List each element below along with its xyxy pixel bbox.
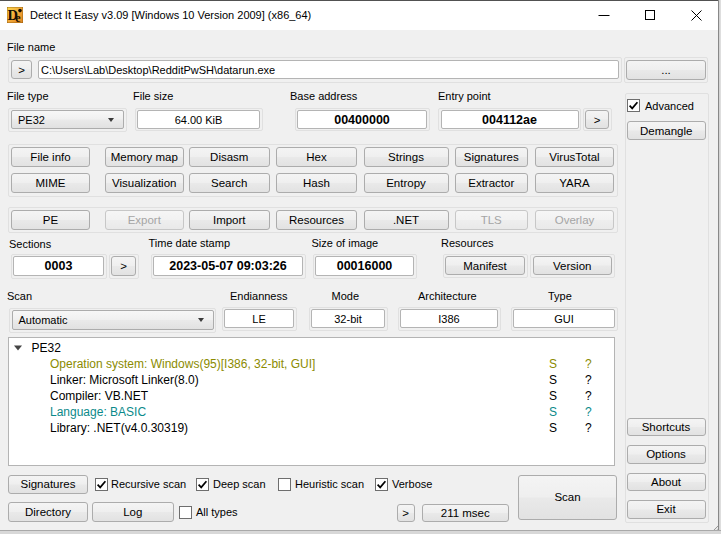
svg-text:e: e — [15, 11, 21, 23]
